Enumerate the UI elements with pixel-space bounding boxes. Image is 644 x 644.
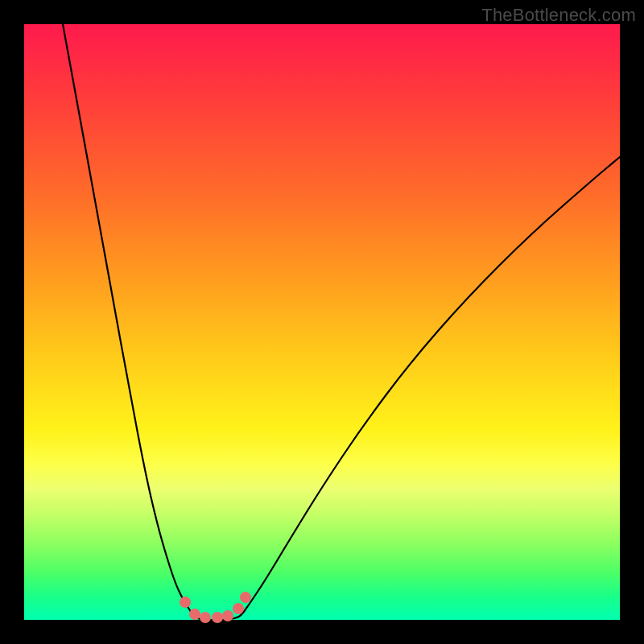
curve-svg bbox=[24, 24, 620, 620]
marker-group bbox=[180, 592, 251, 623]
marker-dot bbox=[240, 592, 251, 603]
marker-dot bbox=[189, 609, 200, 620]
marker-dot bbox=[212, 612, 223, 623]
watermark-text: TheBottleneck.com bbox=[481, 5, 636, 26]
marker-dot bbox=[200, 612, 211, 623]
marker-dot bbox=[233, 603, 244, 614]
plot-area bbox=[24, 24, 620, 620]
marker-dot bbox=[180, 597, 191, 608]
bottleneck-curve bbox=[63, 24, 620, 620]
marker-dot bbox=[222, 610, 233, 621]
